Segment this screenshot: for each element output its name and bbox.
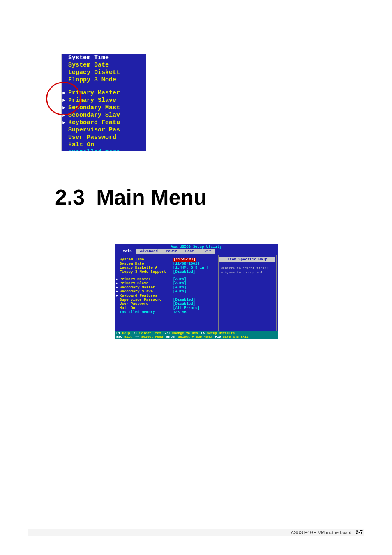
bios-main-panel: System Time[11:45:27]System Date[11/08/2… [116, 255, 219, 332]
bios-field-row[interactable]: Installed Memory128 MB [120, 310, 215, 314]
snippet-submenu-line: Primary Master [61, 90, 146, 97]
bios-menubar: MainAdvancedPowerBootExit [115, 249, 278, 254]
bios-field-value: [Auto] [173, 277, 186, 281]
footer-action: Select Item [137, 331, 161, 335]
footer-key: ←→ [135, 335, 139, 339]
bios-field-value: [11/08/2002] [173, 262, 200, 266]
snippet-line: System Time [61, 54, 146, 62]
footer-key: F10 [215, 335, 221, 339]
bios-tab-power[interactable]: Power [162, 249, 181, 254]
footer-key: F5 [201, 331, 205, 335]
bios-field-row[interactable]: System Time[11:45:27] [120, 258, 215, 262]
bios-footer: F1 Help↑↓ Select Item-/+ Change ValuesF5… [115, 331, 278, 339]
bios-tab-exit[interactable]: Exit [198, 249, 215, 254]
bios-field-row[interactable]: Keyboard Features [120, 294, 215, 298]
footer-pair: Enter Select ► Sub-Menu [166, 335, 212, 339]
bios-field-label: Installed Memory [120, 310, 173, 314]
snippet-line: Supervisor Pas [61, 127, 146, 134]
bios-field-label: Legacy Diskette A [120, 266, 173, 270]
help-line: <Enter> to select field; [221, 266, 274, 270]
footer-key: Enter [166, 335, 176, 339]
footer-pair: ↑↓ Select Item [134, 331, 161, 335]
bios-field-value: [11:45:27] [173, 258, 196, 262]
bios-field-value: [Auto] [173, 290, 186, 294]
bios-field-row[interactable]: User Password[Disabled] [120, 302, 215, 306]
footer-text: ASUS P4GE-VM motherboard [291, 530, 352, 535]
bios-field-value: [All Errors] [173, 306, 200, 310]
bios-tab-main[interactable]: Main [119, 249, 136, 254]
bios-field-label: Secondary Master [120, 286, 173, 290]
bios-field-label: System Time [120, 258, 173, 262]
snippet-line: Floppy 3 Mode [61, 76, 146, 84]
snippet-submenu-line: Secondary Mast [61, 104, 146, 112]
snippet-submenu-line: Secondary Slav [61, 112, 146, 119]
bios-title: AwardBIOS Setup Utility [115, 244, 278, 249]
snippet-submenu-line: Keyboard Featu [61, 119, 146, 127]
bios-field-label: System Date [120, 262, 173, 266]
footer-action: Save and Exit [221, 335, 248, 339]
bios-field-row[interactable]: Halt On[All Errors] [120, 306, 215, 310]
footer-pair: ESC Exit [116, 335, 132, 339]
bios-body: System Time[11:45:27]System Date[11/08/2… [116, 255, 277, 333]
footer-key: F1 [116, 331, 120, 335]
bios-field-label: Supervisor Password [120, 298, 173, 302]
bios-field-row[interactable]: Primary Slave[Auto] [120, 281, 215, 286]
bios-help-panel: Item Specific Help <Enter> to select fie… [219, 255, 276, 332]
bios-field-label: Secondary Slave [120, 290, 173, 294]
bios-field-row[interactable]: System Date[11/08/2002] [120, 262, 215, 266]
footer-pair: F5 Setup Defaults [201, 331, 235, 335]
bios-field-row[interactable]: Legacy Diskette A[1.44M, 3.5 in.] [120, 266, 215, 270]
help-title: Item Specific Help [219, 257, 275, 262]
bios-field-row[interactable]: Secondary Master[Auto] [120, 286, 215, 290]
bios-field-row[interactable]: Floppy 3 Mode Support[Disabled] [120, 270, 215, 274]
snippet-submenu-line: Primary Slave [61, 97, 146, 104]
page-number: 2-7 [356, 530, 363, 535]
bios-field-label: User Password [120, 302, 173, 306]
snippet-line: Installed Memo [61, 149, 146, 151]
footer-pair: F1 Help [116, 331, 130, 335]
footer-pair: -/+ Change Values [164, 331, 198, 335]
bios-field-label: Floppy 3 Mode Support [120, 270, 173, 274]
snippet-line: Halt On [61, 141, 146, 149]
footer-key: -/+ [164, 331, 170, 335]
bios-field-value: 128 MB [173, 310, 186, 314]
bios-tab-advanced[interactable]: Advanced [136, 249, 162, 254]
bios-screenshot: AwardBIOS Setup Utility MainAdvancedPowe… [115, 244, 278, 339]
footer-action: Select Menu [139, 335, 163, 339]
bios-field-value: [Auto] [173, 286, 186, 290]
section-heading: 2.3Main Menu [55, 185, 207, 210]
bios-tab-boot[interactable]: Boot [181, 249, 198, 254]
bios-snippet: System TimeSystem DateLegacy DiskettFlop… [61, 54, 146, 151]
footer-pair: ←→ Select Menu [135, 335, 163, 339]
bios-field-value: [Disabled] [173, 302, 195, 306]
footer-action: Change Values [170, 331, 198, 335]
snippet-line: User Password [61, 134, 146, 141]
bios-field-row[interactable]: Primary Master[Auto] [120, 277, 215, 281]
footer-action: Select ► Sub-Menu [176, 335, 212, 339]
bios-field-row[interactable]: Secondary Slave[Auto] [120, 290, 215, 294]
help-line: <+>,<-> to change value. [221, 270, 274, 274]
footer-action: Exit [122, 335, 132, 339]
footer-line: F1 Help↑↓ Select Item-/+ Change ValuesF5… [116, 331, 276, 335]
bios-field-label: Primary Slave [120, 281, 173, 286]
section-number: 2.3 [55, 185, 85, 209]
bios-field-value: [1.44M, 3.5 in.] [173, 266, 208, 270]
bios-field-value: [Disabled] [173, 298, 195, 302]
bios-field-value: [Disabled] [173, 270, 195, 274]
bios-field-value: [Auto] [173, 281, 186, 286]
footer-action: Setup Defaults [205, 331, 235, 335]
bios-field-label: Primary Master [120, 277, 173, 281]
footer-key: ESC [116, 335, 122, 339]
bios-field-label: Halt On [120, 306, 173, 310]
footer-line: ESC Exit←→ Select MenuEnter Select ► Sub… [116, 335, 276, 339]
snippet-line: System Date [61, 62, 146, 69]
page-footer: ASUS P4GE-VM motherboard 2-7 [28, 529, 364, 536]
snippet-line: Legacy Diskett [61, 69, 146, 76]
bios-field-row[interactable]: Supervisor Password[Disabled] [120, 298, 215, 302]
footer-pair: F10 Save and Exit [215, 335, 249, 339]
footer-action: Help [120, 331, 130, 335]
section-title: Main Menu [96, 185, 207, 209]
footer-key: ↑↓ [134, 331, 138, 335]
bios-field-label: Keyboard Features [120, 294, 173, 298]
